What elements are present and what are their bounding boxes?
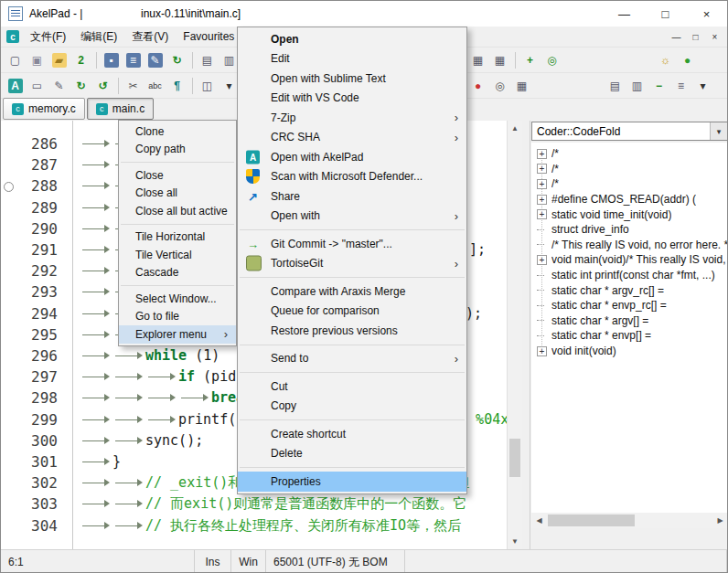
codefold-item[interactable]: +/* <box>531 146 728 162</box>
codefold-item[interactable]: static int printf(const char *fmt, ...) <box>531 268 728 283</box>
menu-item-tile-horizontal[interactable]: Tile Horizontal <box>119 228 236 247</box>
codefold-item[interactable]: static char * argv[] = <box>531 313 728 329</box>
menubar-item-v[interactable]: 查看(V) <box>124 27 176 47</box>
codefold-item[interactable]: +/* <box>531 176 728 192</box>
scroll-down-icon[interactable]: ▼ <box>508 534 522 549</box>
menu-item-scan-with-microsoft-defender[interactable]: Scan with Microsoft Defender... <box>238 167 466 187</box>
expand-plus-icon[interactable]: + <box>537 149 547 159</box>
mdi-close-button[interactable]: × <box>705 28 724 45</box>
save-file-button[interactable]: ▪ <box>101 50 122 70</box>
menu-item-crc-sha[interactable]: CRC SHA› <box>238 128 466 148</box>
grid-dropdown-button[interactable]: ▾ <box>692 76 713 96</box>
menu-item-git-commit-master[interactable]: →Git Commit -> "master"... <box>238 234 466 254</box>
save-as-button[interactable]: ✎ <box>145 50 166 70</box>
menu-item-copy[interactable]: Copy <box>238 397 466 417</box>
menu-item-close-all-but-active[interactable]: Close all but active <box>119 202 236 220</box>
menu-item-open-with-sublime-text[interactable]: Open with Sublime Text <box>238 69 466 89</box>
mdi-minimize-button[interactable]: — <box>667 28 686 45</box>
expand-plus-icon[interactable]: + <box>537 179 547 189</box>
edit-mode-button[interactable]: ✎ <box>48 76 70 96</box>
menu-item-queue-for-comparison[interactable]: Queue for comparison <box>238 302 466 322</box>
new-file-button[interactable]: ▢ <box>5 50 26 70</box>
menu-item-create-shortcut[interactable]: Create shortcut <box>238 424 466 444</box>
cut-line-button[interactable]: ✂ <box>123 76 144 96</box>
open-file-button[interactable]: ▰ <box>48 50 70 70</box>
menu-item-restore-previous-versions[interactable]: Restore previous versions <box>238 321 466 341</box>
codefold-item[interactable]: +void main(void)/* This really IS void, … <box>531 252 728 268</box>
codefold-item[interactable]: struct drive_info <box>531 222 728 238</box>
recent-files-button[interactable]: 2 <box>70 50 91 70</box>
vertical-scroll-thumb[interactable] <box>509 439 520 477</box>
autocomplete-abc-button[interactable]: abc <box>145 76 166 96</box>
menubar-item-e[interactable]: 编辑(E) <box>73 27 124 47</box>
code-line[interactable]: // 而exit()则通常是普通函数库中的一个函数。它 <box>80 493 507 515</box>
keyboard-button[interactable]: ▭ <box>27 76 48 96</box>
menu-item-copy-path[interactable]: Copy path <box>119 141 236 159</box>
menu-item-compare-with-araxis-merge[interactable]: Compare with Araxis Merge <box>238 281 466 302</box>
print-button[interactable]: ▤ <box>197 50 218 70</box>
grid-tool-button[interactable]: ▦ <box>511 76 532 96</box>
record-macro-button[interactable]: ● <box>467 76 488 96</box>
search-button[interactable]: ◎ <box>489 76 510 96</box>
expand-plus-icon[interactable]: + <box>537 209 547 219</box>
menu-item-edit-with-vs-code[interactable]: Edit with VS Code <box>238 89 466 109</box>
add-item-button[interactable]: + <box>519 50 541 70</box>
save-all-button[interactable]: ≡ <box>123 50 144 70</box>
close-button[interactable]: × <box>686 1 727 27</box>
scroll-left-icon[interactable]: ◀ <box>531 513 547 528</box>
run-target-button[interactable]: ◎ <box>541 50 562 70</box>
expand-plus-icon[interactable]: + <box>537 164 547 174</box>
codefold-item[interactable]: static char * envp_rc[] = <box>531 298 728 313</box>
panel-list-button[interactable]: ▤ <box>605 76 626 96</box>
minimize-button[interactable]: — <box>604 1 645 27</box>
panel-list-alt-button[interactable]: ▥ <box>626 76 648 96</box>
menu-item-share[interactable]: ↗Share <box>238 186 466 207</box>
plugin-manager-button[interactable]: A <box>5 76 26 96</box>
expand-plus-icon[interactable]: + <box>537 195 547 205</box>
menu-item-7-zip[interactable]: 7-Zip› <box>238 108 466 128</box>
menu-item-send-to[interactable]: Send to› <box>238 349 466 369</box>
plugins-button[interactable]: ● <box>677 50 698 70</box>
refresh-back-button[interactable]: ↺ <box>92 76 113 96</box>
menu-item-close-all[interactable]: Close all <box>119 185 236 203</box>
codefold-item[interactable]: static char * argv_rc[] = <box>531 282 728 298</box>
menu-item-select-window[interactable]: Select Window... <box>119 290 236 308</box>
codefold-item[interactable]: +/* <box>531 162 728 177</box>
menu-item-explorer-menu[interactable]: Explorer menu› <box>119 325 236 344</box>
menubar-item-favourites[interactable]: Favourites <box>176 27 241 47</box>
mdi-restore-button[interactable]: □ <box>686 28 705 45</box>
codefold-item[interactable]: /* This really IS void, no error here. *… <box>531 238 728 253</box>
menubar-item-f[interactable]: 文件(F) <box>23 27 73 47</box>
tab-memory-c[interactable]: cmemory.c <box>3 98 85 120</box>
codefold-item[interactable]: +void init(void) <box>531 344 728 359</box>
menu-item-close[interactable]: Close <box>119 166 236 185</box>
horizontal-scroll-thumb[interactable] <box>548 515 635 526</box>
menu-item-cut[interactable]: Cut <box>238 377 466 397</box>
menu-item-go-to-file[interactable]: Go to file <box>119 308 236 326</box>
scroll-right-icon[interactable]: ▶ <box>712 513 728 528</box>
code-table-dropdown-button[interactable]: ▦ <box>489 50 510 70</box>
expand-plus-icon[interactable]: + <box>537 255 547 265</box>
codefold-item[interactable]: static char * envp[] = <box>531 328 728 344</box>
expand-plus-icon[interactable]: + <box>537 346 547 356</box>
menu-item-clone[interactable]: Clone <box>119 122 236 141</box>
code-table-button[interactable]: ▦ <box>467 50 488 70</box>
reload-file-button[interactable]: ↻ <box>166 50 187 70</box>
refresh-forward-button[interactable]: ↻ <box>70 76 91 96</box>
codefold-item[interactable]: +#define CMOS_READ(addr) ( <box>531 192 728 207</box>
menu-item-edit[interactable]: Edit <box>238 49 466 69</box>
show-paragraph-marks-button[interactable]: ¶ <box>166 76 187 96</box>
remove-item-button[interactable]: − <box>648 76 669 96</box>
chevron-down-icon[interactable]: ▾ <box>710 122 727 140</box>
new-window-button[interactable]: ▣ <box>27 50 48 70</box>
menu-item-tile-vertical[interactable]: Tile Vertical <box>119 246 236 264</box>
tab-main-c[interactable]: cmain.c <box>87 98 154 120</box>
menu-item-properties[interactable]: Properties <box>238 472 466 492</box>
editor-vertical-scrollbar[interactable]: ▲ ▼ <box>507 121 522 549</box>
scroll-up-icon[interactable]: ▲ <box>508 121 522 136</box>
menu-item-open[interactable]: Open <box>238 29 466 49</box>
codefold-horizontal-scrollbar[interactable]: ◀ ▶ <box>531 513 728 528</box>
code-line[interactable]: // 执行各终止处理程序、关闭所有标准IO等，然后 <box>80 515 507 536</box>
maximize-button[interactable]: □ <box>645 1 686 27</box>
menu-item-open-with-akelpad[interactable]: AOpen with AkelPad <box>238 147 466 167</box>
